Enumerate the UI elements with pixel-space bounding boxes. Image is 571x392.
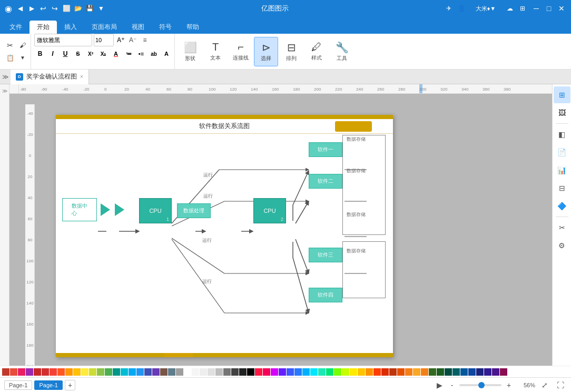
palette-color-swatch[interactable] (389, 368, 397, 376)
font-grow-btn[interactable]: A⁺ (115, 35, 126, 45)
doc-nav-left[interactable]: ≫ (0, 70, 11, 84)
palette-color-swatch[interactable] (366, 368, 373, 376)
palette-color-swatch[interactable] (437, 368, 444, 376)
palette-color-swatch[interactable] (421, 368, 428, 376)
bold-btn[interactable]: B (34, 48, 46, 60)
palette-color-swatch[interactable] (168, 368, 175, 376)
palette-color-swatch[interactable] (397, 368, 405, 376)
forward-btn[interactable]: ▶ (27, 4, 36, 13)
palette-color-swatch[interactable] (287, 368, 294, 376)
palette-color-swatch[interactable] (492, 368, 499, 376)
format-paint-btn[interactable]: 🖌 (17, 40, 28, 51)
palette-color-swatch[interactable] (231, 368, 239, 376)
apps-btn[interactable]: ⊞ (518, 4, 527, 13)
strikethrough-btn[interactable]: S (72, 48, 84, 60)
save-btn[interactable]: 💾 (85, 4, 94, 13)
redo-btn[interactable]: ↪ (51, 4, 59, 13)
style-tool-btn[interactable]: 🖊 样式 (304, 37, 329, 66)
palette-color-swatch[interactable] (97, 368, 104, 376)
palette-color-swatch[interactable] (50, 368, 57, 376)
palette-color-swatch[interactable] (42, 368, 49, 376)
palette-color-swatch[interactable] (247, 368, 254, 376)
font-align-btn[interactable]: ≡ (140, 35, 150, 45)
palette-color-swatch[interactable] (500, 368, 507, 376)
user-account[interactable]: 大米♦▼ (470, 4, 501, 13)
undo-btn[interactable]: ↩ (39, 4, 47, 13)
palette-color-swatch[interactable] (381, 368, 389, 376)
tab-symbol[interactable]: 符号 (152, 21, 179, 34)
select-tool-btn[interactable]: ⊳ 选择 (254, 37, 278, 66)
tools-tool-btn[interactable]: 🔧 工具 (330, 37, 354, 66)
palette-color-swatch[interactable] (476, 368, 484, 376)
text-format-btn[interactable]: ab (148, 48, 160, 60)
canvas-page[interactable]: 软件数据关系流图 (56, 115, 393, 357)
chart-panel-btn[interactable]: 📊 (554, 162, 570, 179)
font-shrink-btn[interactable]: A⁻ (127, 35, 138, 45)
palette-color-swatch[interactable] (358, 368, 365, 376)
cut-panel-btn[interactable]: ✂ (554, 219, 570, 236)
software2-node[interactable]: 软件二 (309, 174, 342, 189)
palette-color-swatch[interactable] (405, 368, 412, 376)
palette-color-swatch[interactable] (468, 368, 476, 376)
layer-panel-btn[interactable]: ◧ (554, 126, 570, 143)
paste-dropdown[interactable]: ▼ (17, 52, 28, 64)
palette-color-swatch[interactable] (334, 368, 341, 376)
palette-color-swatch[interactable] (373, 368, 381, 376)
palette-color-swatch[interactable] (350, 368, 357, 376)
palette-color-swatch[interactable] (152, 368, 160, 376)
arrange-tool-btn[interactable]: ⊟ 排列 (279, 37, 303, 66)
underline-btn[interactable]: U (60, 48, 71, 60)
palette-color-swatch[interactable] (413, 368, 420, 376)
zoom-in-btn[interactable]: + (504, 380, 514, 390)
font-size-input[interactable] (94, 34, 114, 46)
tab-file[interactable]: 文件 (2, 21, 29, 34)
canvas-viewport[interactable]: -40 -20 0 20 40 60 80 100 120 140 160 18… (9, 94, 552, 366)
tab-page-layout[interactable]: 页面布局 (84, 21, 124, 34)
fullscreen-btn[interactable]: ⛶ (554, 379, 567, 391)
connector-tool-btn[interactable]: ⌐ 连接线 (229, 37, 253, 66)
palette-color-swatch[interactable] (34, 368, 41, 376)
new-window-btn[interactable]: ⬜ (62, 4, 71, 13)
palette-color-swatch[interactable] (318, 368, 326, 376)
left-panel-toggle[interactable]: ≫ (1, 86, 9, 95)
page-panel-btn[interactable]: 📄 (554, 144, 570, 161)
palette-color-swatch[interactable] (294, 368, 302, 376)
cut-btn[interactable]: ✂ (4, 40, 16, 51)
minimize-btn[interactable]: ─ (531, 3, 542, 14)
palette-color-swatch[interactable] (460, 368, 468, 376)
shape-tool-btn[interactable]: ⬜ 形状 (178, 37, 202, 66)
software4-node[interactable]: 软件四 (309, 288, 342, 302)
doc-tab-close[interactable]: × (80, 74, 83, 80)
palette-color-swatch[interactable] (263, 368, 270, 376)
palette-color-swatch[interactable] (208, 368, 215, 376)
palette-color-swatch[interactable] (200, 368, 207, 376)
palette-color-swatch[interactable] (18, 368, 25, 376)
maximize-btn[interactable]: □ (544, 3, 554, 14)
palette-color-swatch[interactable] (26, 368, 33, 376)
palette-color-swatch[interactable] (73, 368, 81, 376)
palette-color-swatch[interactable] (105, 368, 112, 376)
settings-panel-btn[interactable]: ⚙ (554, 237, 570, 254)
account-btn[interactable]: 👤 (457, 4, 466, 13)
palette-color-swatch[interactable] (310, 368, 318, 376)
palette-color-swatch[interactable] (144, 368, 152, 376)
italic-btn[interactable]: I (47, 48, 58, 60)
zoom-slider[interactable] (459, 384, 501, 386)
palette-color-swatch[interactable] (255, 368, 262, 376)
cloud-btn[interactable]: ☁ (506, 4, 514, 13)
palette-color-swatch[interactable] (302, 368, 310, 376)
palette-color-swatch[interactable] (160, 368, 168, 376)
palette-color-swatch[interactable] (429, 368, 436, 376)
play-btn[interactable]: ▶ (434, 380, 445, 390)
bullets-btn[interactable]: •≡ (135, 48, 147, 60)
grid-panel-btn[interactable]: ⊞ (554, 86, 570, 103)
cpu2-node[interactable]: CPU 2 (253, 198, 286, 223)
palette-color-swatch[interactable] (2, 368, 9, 376)
add-page-btn[interactable]: + (65, 380, 75, 390)
menu-dropdown-btn[interactable]: ▼ (97, 4, 105, 13)
current-page-tab[interactable]: Page-1 (34, 380, 62, 390)
datacenter-node[interactable]: 数据中心 (62, 198, 97, 221)
page-selector-btn[interactable]: Page-1 (4, 380, 32, 390)
back-btn[interactable]: ◀ (16, 4, 24, 13)
image-panel-btn[interactable]: 🖼 (554, 104, 570, 121)
